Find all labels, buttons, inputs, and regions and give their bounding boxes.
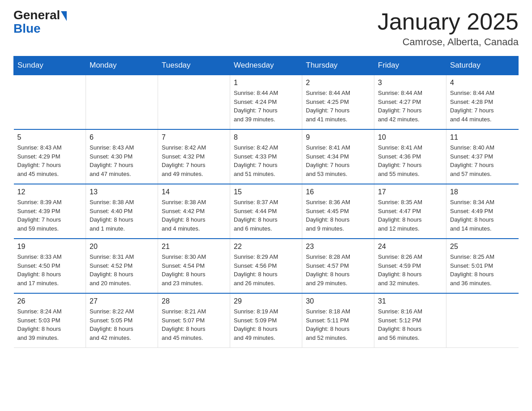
day-info: Sunrise: 8:29 AMSunset: 4:56 PMDaylight:… <box>234 253 298 287</box>
calendar-cell: 14Sunrise: 8:38 AMSunset: 4:42 PMDayligh… <box>158 184 230 239</box>
day-info: Sunrise: 8:36 AMSunset: 4:45 PMDaylight:… <box>306 198 370 233</box>
calendar-cell: 31Sunrise: 8:16 AMSunset: 5:12 PMDayligh… <box>374 293 446 348</box>
day-number: 10 <box>378 133 442 141</box>
day-info: Sunrise: 8:41 AMSunset: 4:34 PMDaylight:… <box>306 143 370 178</box>
day-info: Sunrise: 8:42 AMSunset: 4:33 PMDaylight:… <box>234 143 298 178</box>
calendar-cell: 23Sunrise: 8:28 AMSunset: 4:57 PMDayligh… <box>302 239 374 293</box>
calendar-cell: 24Sunrise: 8:26 AMSunset: 4:59 PMDayligh… <box>374 239 446 293</box>
day-info: Sunrise: 8:41 AMSunset: 4:36 PMDaylight:… <box>378 143 442 178</box>
calendar-header-wednesday: Wednesday <box>230 56 302 75</box>
day-number: 12 <box>17 188 82 196</box>
day-info: Sunrise: 8:22 AMSunset: 5:05 PMDaylight:… <box>90 307 154 342</box>
day-info: Sunrise: 8:44 AMSunset: 4:25 PMDaylight:… <box>306 89 370 124</box>
calendar-cell: 17Sunrise: 8:35 AMSunset: 4:47 PMDayligh… <box>374 184 446 239</box>
day-number: 7 <box>162 133 226 141</box>
day-number: 6 <box>90 133 154 141</box>
calendar-cell: 6Sunrise: 8:43 AMSunset: 4:30 PMDaylight… <box>86 129 158 184</box>
calendar-week-5: 26Sunrise: 8:24 AMSunset: 5:03 PMDayligh… <box>14 293 519 348</box>
day-info: Sunrise: 8:30 AMSunset: 4:54 PMDaylight:… <box>162 253 226 287</box>
day-number: 24 <box>378 243 442 251</box>
title-section: January 2025 Camrose, Alberta, Canada <box>378 9 519 48</box>
calendar-table: SundayMondayTuesdayWednesdayThursdayFrid… <box>13 56 519 348</box>
calendar-week-3: 12Sunrise: 8:39 AMSunset: 4:39 PMDayligh… <box>14 184 519 239</box>
calendar-cell: 10Sunrise: 8:41 AMSunset: 4:36 PMDayligh… <box>374 129 446 184</box>
calendar-cell: 7Sunrise: 8:42 AMSunset: 4:32 PMDaylight… <box>158 129 230 184</box>
calendar-week-4: 19Sunrise: 8:33 AMSunset: 4:50 PMDayligh… <box>14 239 519 293</box>
calendar-cell: 30Sunrise: 8:18 AMSunset: 5:11 PMDayligh… <box>302 293 374 348</box>
day-info: Sunrise: 8:38 AMSunset: 4:40 PMDaylight:… <box>90 198 154 233</box>
calendar-header-friday: Friday <box>374 56 446 75</box>
calendar-cell: 5Sunrise: 8:43 AMSunset: 4:29 PMDaylight… <box>14 129 86 184</box>
day-info: Sunrise: 8:35 AMSunset: 4:47 PMDaylight:… <box>378 198 442 233</box>
calendar-cell: 12Sunrise: 8:39 AMSunset: 4:39 PMDayligh… <box>14 184 86 239</box>
day-number: 9 <box>306 133 370 141</box>
day-info: Sunrise: 8:37 AMSunset: 4:44 PMDaylight:… <box>234 198 298 233</box>
calendar-cell: 11Sunrise: 8:40 AMSunset: 4:37 PMDayligh… <box>446 129 519 184</box>
calendar-cell <box>158 75 230 129</box>
calendar-cell: 27Sunrise: 8:22 AMSunset: 5:05 PMDayligh… <box>86 293 158 348</box>
day-number: 16 <box>306 188 370 196</box>
day-number: 4 <box>450 79 515 87</box>
logo-blue-text: Blue <box>13 21 41 35</box>
logo-triangle-icon <box>61 11 67 21</box>
day-number: 2 <box>306 79 370 87</box>
calendar-cell: 19Sunrise: 8:33 AMSunset: 4:50 PMDayligh… <box>14 239 86 293</box>
day-info: Sunrise: 8:42 AMSunset: 4:32 PMDaylight:… <box>162 143 226 178</box>
calendar-cell: 20Sunrise: 8:31 AMSunset: 4:52 PMDayligh… <box>86 239 158 293</box>
calendar-cell: 13Sunrise: 8:38 AMSunset: 4:40 PMDayligh… <box>86 184 158 239</box>
day-info: Sunrise: 8:18 AMSunset: 5:11 PMDaylight:… <box>306 307 370 342</box>
calendar-cell <box>446 293 519 348</box>
day-number: 8 <box>234 133 298 141</box>
calendar-cell: 29Sunrise: 8:19 AMSunset: 5:09 PMDayligh… <box>230 293 302 348</box>
day-info: Sunrise: 8:44 AMSunset: 4:28 PMDaylight:… <box>450 89 515 124</box>
calendar-cell: 21Sunrise: 8:30 AMSunset: 4:54 PMDayligh… <box>158 239 230 293</box>
logo: General Blue <box>13 9 68 36</box>
day-number: 29 <box>234 297 298 305</box>
day-info: Sunrise: 8:34 AMSunset: 4:49 PMDaylight:… <box>450 198 515 233</box>
calendar-cell: 4Sunrise: 8:44 AMSunset: 4:28 PMDaylight… <box>446 75 519 129</box>
day-info: Sunrise: 8:31 AMSunset: 4:52 PMDaylight:… <box>90 253 154 287</box>
calendar-cell: 1Sunrise: 8:44 AMSunset: 4:24 PMDaylight… <box>230 75 302 129</box>
day-info: Sunrise: 8:38 AMSunset: 4:42 PMDaylight:… <box>162 198 226 233</box>
calendar-header-thursday: Thursday <box>302 56 374 75</box>
day-number: 15 <box>234 188 298 196</box>
day-number: 19 <box>17 243 82 251</box>
calendar-cell: 26Sunrise: 8:24 AMSunset: 5:03 PMDayligh… <box>14 293 86 348</box>
calendar-header-monday: Monday <box>86 56 158 75</box>
day-number: 26 <box>17 297 82 305</box>
day-number: 3 <box>378 79 442 87</box>
day-number: 13 <box>90 188 154 196</box>
page-header: General Blue January 2025 Camrose, Alber… <box>13 9 519 48</box>
day-info: Sunrise: 8:33 AMSunset: 4:50 PMDaylight:… <box>17 253 82 287</box>
day-number: 25 <box>450 243 515 251</box>
calendar-cell: 9Sunrise: 8:41 AMSunset: 4:34 PMDaylight… <box>302 129 374 184</box>
location-text: Camrose, Alberta, Canada <box>378 36 519 48</box>
day-number: 27 <box>90 297 154 305</box>
day-number: 18 <box>450 188 515 196</box>
calendar-cell: 16Sunrise: 8:36 AMSunset: 4:45 PMDayligh… <box>302 184 374 239</box>
calendar-header-tuesday: Tuesday <box>158 56 230 75</box>
calendar-week-2: 5Sunrise: 8:43 AMSunset: 4:29 PMDaylight… <box>14 129 519 184</box>
day-number: 1 <box>234 79 298 87</box>
day-number: 14 <box>162 188 226 196</box>
calendar-cell: 3Sunrise: 8:44 AMSunset: 4:27 PMDaylight… <box>374 75 446 129</box>
day-info: Sunrise: 8:44 AMSunset: 4:24 PMDaylight:… <box>234 89 298 124</box>
day-info: Sunrise: 8:26 AMSunset: 4:59 PMDaylight:… <box>378 253 442 287</box>
day-info: Sunrise: 8:24 AMSunset: 5:03 PMDaylight:… <box>17 307 82 342</box>
day-info: Sunrise: 8:25 AMSunset: 5:01 PMDaylight:… <box>450 253 515 287</box>
calendar-cell: 2Sunrise: 8:44 AMSunset: 4:25 PMDaylight… <box>302 75 374 129</box>
calendar-cell: 25Sunrise: 8:25 AMSunset: 5:01 PMDayligh… <box>446 239 519 293</box>
day-number: 23 <box>306 243 370 251</box>
day-number: 21 <box>162 243 226 251</box>
month-title: January 2025 <box>378 9 519 34</box>
day-number: 17 <box>378 188 442 196</box>
day-info: Sunrise: 8:19 AMSunset: 5:09 PMDaylight:… <box>234 307 298 342</box>
calendar-week-1: 1Sunrise: 8:44 AMSunset: 4:24 PMDaylight… <box>14 75 519 129</box>
calendar-header-row: SundayMondayTuesdayWednesdayThursdayFrid… <box>14 56 519 75</box>
day-info: Sunrise: 8:39 AMSunset: 4:39 PMDaylight:… <box>17 198 82 233</box>
calendar-cell: 22Sunrise: 8:29 AMSunset: 4:56 PMDayligh… <box>230 239 302 293</box>
day-info: Sunrise: 8:40 AMSunset: 4:37 PMDaylight:… <box>450 143 515 178</box>
calendar-cell <box>86 75 158 129</box>
day-number: 28 <box>162 297 226 305</box>
calendar-cell <box>14 75 86 129</box>
